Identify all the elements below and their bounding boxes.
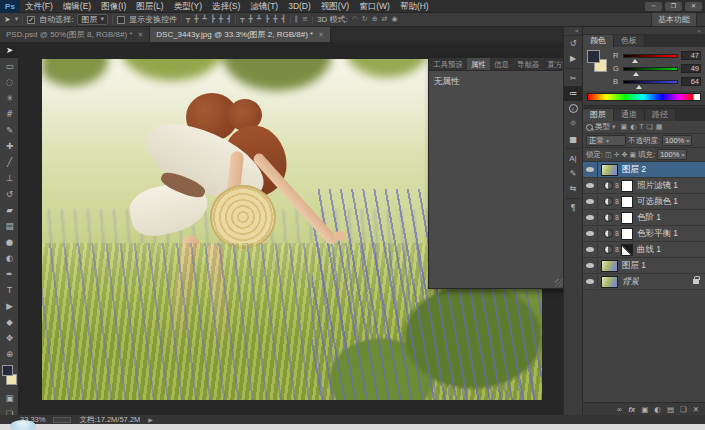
- collapse-panels-icon[interactable]: «: [697, 27, 701, 34]
- layer-mask-thumbnail[interactable]: [621, 228, 633, 240]
- new-adjustment-layer-button[interactable]: ◐: [654, 405, 661, 414]
- history-brush-tool[interactable]: ↺: [0, 186, 19, 202]
- layer-thumbnail[interactable]: [601, 260, 618, 272]
- green-slider[interactable]: [623, 67, 678, 71]
- layer-row-layer2[interactable]: 图层 2: [583, 162, 705, 178]
- layer-row-levels[interactable]: 8 色阶 1: [583, 210, 705, 226]
- delete-layer-button[interactable]: ✕: [693, 405, 699, 414]
- document-tab-psd[interactable]: PSD.psd @ 50%(图层 8, RGB/8#) * ✕: [0, 27, 150, 42]
- 3d-drag-icon[interactable]: ⊕: [372, 16, 378, 23]
- history-icon[interactable]: ↺: [564, 36, 582, 51]
- histogram-icon[interactable]: ▅: [564, 131, 582, 146]
- visibility-toggle[interactable]: [583, 274, 598, 289]
- crop-tool[interactable]: #: [0, 106, 19, 122]
- menu-item-select[interactable]: 选择(S): [207, 0, 245, 13]
- quick-mask-button[interactable]: ▣: [0, 390, 19, 406]
- tab-navigator[interactable]: 导航器: [513, 58, 544, 70]
- menu-item-image[interactable]: 图像(I): [96, 0, 131, 13]
- align-bottom-icon[interactable]: ┻: [202, 16, 206, 23]
- character-styles-icon[interactable]: A|: [564, 151, 582, 166]
- 3d-scale-icon[interactable]: ◉: [391, 16, 397, 23]
- filter-smart-objects-icon[interactable]: ▦: [656, 123, 663, 131]
- lock-transparency-icon[interactable]: ◫: [605, 151, 612, 159]
- lock-position-icon[interactable]: ✥: [622, 151, 628, 159]
- canvas-area[interactable]: 工具预设 属性 信息 导航器 直方图 « ≡ 无属性: [19, 42, 563, 415]
- tab-properties[interactable]: 属性: [467, 58, 490, 70]
- visibility-toggle[interactable]: [583, 226, 598, 241]
- 3d-roll-icon[interactable]: ↻: [362, 16, 368, 23]
- menu-item-3d[interactable]: 3D(D): [283, 0, 316, 13]
- 3d-rotate-icon[interactable]: ◠: [352, 16, 358, 23]
- green-slider-thumb[interactable]: [633, 72, 639, 76]
- blur-tool[interactable]: ●: [0, 234, 19, 250]
- tab-channels[interactable]: 通道: [614, 109, 645, 121]
- dodge-tool[interactable]: ◐: [0, 250, 19, 266]
- tool-presets-icon[interactable]: ✂: [564, 71, 582, 86]
- tool-preset-caret-icon[interactable]: ▾: [15, 16, 19, 23]
- layer-row-color-balance[interactable]: 8 色彩平衡 1: [583, 226, 705, 242]
- menu-item-edit[interactable]: 编辑(E): [58, 0, 96, 13]
- tab-info[interactable]: 信息: [490, 58, 513, 70]
- menu-item-layer[interactable]: 图层(L): [131, 0, 168, 13]
- opacity-field[interactable]: 100% ▾: [662, 135, 692, 146]
- distribute-left-icon[interactable]: ┣: [265, 16, 269, 23]
- distribute-widths-icon[interactable]: ∥: [295, 16, 299, 23]
- clone-stamp-tool[interactable]: ⊥: [0, 170, 19, 186]
- healing-brush-tool[interactable]: ✚: [0, 138, 19, 154]
- align-right-icon[interactable]: ┫: [227, 16, 231, 23]
- new-layer-button[interactable]: ❏: [680, 405, 687, 414]
- marquee-tool[interactable]: ▭: [0, 58, 19, 74]
- blend-mode-dropdown[interactable]: 正常 ▾: [586, 135, 626, 146]
- red-slider[interactable]: [623, 54, 678, 58]
- filter-type-layers-icon[interactable]: T: [639, 123, 643, 131]
- eraser-tool[interactable]: ▰: [0, 202, 19, 218]
- menu-item-view[interactable]: 视图(V): [316, 0, 354, 13]
- blue-value-field[interactable]: 64: [681, 77, 701, 86]
- menu-item-help[interactable]: 帮助(H): [395, 0, 434, 13]
- lock-image-icon[interactable]: ✛: [614, 151, 620, 159]
- minimize-button[interactable]: ─: [645, 2, 662, 11]
- properties-icon[interactable]: ≔: [564, 86, 582, 101]
- restore-button[interactable]: ❐: [665, 2, 682, 11]
- color-spectrum-ramp[interactable]: [587, 93, 701, 101]
- info-icon[interactable]: i: [564, 101, 582, 116]
- layer-thumbnail[interactable]: [601, 276, 618, 288]
- layer-mask-thumbnail[interactable]: [621, 180, 633, 192]
- shape-tool[interactable]: ◆: [0, 314, 19, 330]
- layer-mask-thumbnail[interactable]: [621, 212, 633, 224]
- tab-tool-presets[interactable]: 工具预设: [429, 58, 467, 70]
- link-layers-button[interactable]: ∞: [616, 405, 622, 414]
- close-button[interactable]: ✕: [685, 2, 702, 11]
- close-tab-icon[interactable]: ✕: [137, 31, 143, 39]
- move-tool[interactable]: ➤: [0, 42, 19, 58]
- tab-histogram[interactable]: 直方图: [544, 58, 564, 70]
- align-hcenter-icon[interactable]: ╋: [219, 16, 223, 23]
- visibility-toggle[interactable]: [583, 258, 598, 273]
- new-group-button[interactable]: ▤: [667, 405, 674, 414]
- menu-item-type[interactable]: 类型(Y): [169, 0, 207, 13]
- align-top-icon[interactable]: ┳: [186, 16, 190, 23]
- filter-adjustment-layers-icon[interactable]: ◐: [630, 123, 636, 131]
- filter-shape-layers-icon[interactable]: ❏: [647, 123, 653, 131]
- gradient-tool[interactable]: ▤: [0, 218, 19, 234]
- layer-row-curves[interactable]: 8 曲线 1: [583, 242, 705, 258]
- visibility-toggle[interactable]: [583, 178, 598, 193]
- tab-color[interactable]: 颜色: [583, 35, 614, 47]
- fill-field[interactable]: 100% ▾: [657, 149, 687, 160]
- tab-swatches[interactable]: 色板: [614, 35, 645, 47]
- green-value-field[interactable]: 49: [681, 64, 701, 73]
- blue-slider[interactable]: [623, 80, 678, 84]
- brush-tool[interactable]: ╱: [0, 154, 19, 170]
- foreground-color-swatch[interactable]: [587, 50, 600, 63]
- red-slider-thumb[interactable]: [632, 59, 638, 63]
- workspace-switcher-button[interactable]: 基本功能: [651, 12, 697, 27]
- foreground-color-swatch[interactable]: [2, 365, 13, 376]
- visibility-toggle[interactable]: [583, 162, 598, 177]
- type-tool[interactable]: T: [0, 282, 19, 298]
- menu-item-window[interactable]: 窗口(W): [354, 0, 395, 13]
- distribute-vcenter-icon[interactable]: ╋: [249, 16, 253, 23]
- layer-style-button[interactable]: fx: [629, 405, 636, 414]
- layer-thumbnail[interactable]: [601, 164, 618, 176]
- layer-row-layer1[interactable]: 图层 1: [583, 258, 705, 274]
- character-panel-icon[interactable]: ✎: [564, 166, 582, 181]
